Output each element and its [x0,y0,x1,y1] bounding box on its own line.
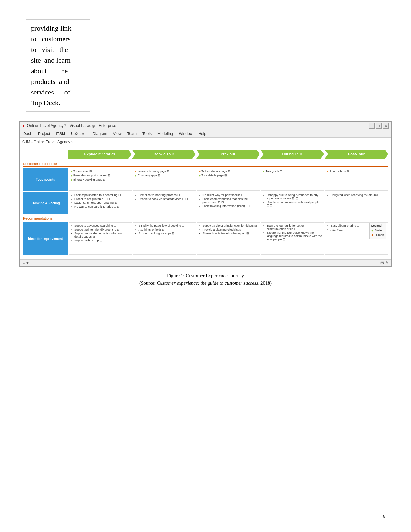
touchpoints-cell-2: ●Itinerary booking page ⊡ ●Company apps … [133,168,196,191]
figure-caption: Figure 1: Customer Experience Journey [0,273,411,279]
legend-system-label: System [375,229,384,232]
ideas-cell-4: Train the tour guide for better communic… [261,222,324,255]
ideas-cell-5: Easy album sharing ⊡ Ac... co... Legend … [325,222,388,255]
touchpoints-cell-3: ●Tickets details page ⊡ ●Tour details pa… [197,168,260,191]
ideas-row: Ideas for Improvement Supports advanced … [23,222,388,255]
text-line-6: products and [31,76,85,87]
menubar: Dash Project ITSM UeXceler Diagram View … [20,130,391,138]
touchpoints-label: Touchpoints [23,168,68,191]
cjm-content: Explore Itineraries Book a Tour Pre-Tour… [20,146,391,259]
ideas-cell-2: Simplify the page flow of booking ⊡ Add … [133,222,196,255]
phase-book: Book a Tour [132,150,196,159]
screenshot-window: ● Online Travel Agency * - Visual Paradi… [19,121,392,267]
scroll-arrows[interactable]: ▲▼ [22,261,29,265]
menu-diagram[interactable]: Diagram [92,131,108,136]
customer-experience-label: Customer Experience [23,161,388,167]
window-titlebar: ● Online Travel Agency * - Visual Paradi… [20,122,391,130]
touchpoints-cell-5: ●Photo album ⊡ [325,168,388,191]
status-icons: ✉ ✎ [380,261,389,265]
menu-project[interactable]: Project [37,131,51,136]
text-line-3: to visit the [31,44,85,55]
phase-during: During Tour [260,150,324,159]
text-line-4: site and learn [31,55,85,65]
figure-caption-text: Figure 1: Customer Experience Journey [167,273,244,278]
page-number: 6 [383,514,386,519]
breadcrumb-icon: 🗋 [384,139,389,145]
email-icon[interactable]: ✉ [380,261,384,265]
touchpoints-cell-4: ●Tour guide ⊡ [261,168,324,191]
menu-dash[interactable]: Dash [22,131,33,136]
phase-post: Post-Tour [325,150,388,159]
text-line-2: to customers [31,34,85,44]
source-italic: Customer experience: the guide to custom… [157,281,258,286]
titlebar-controls[interactable]: – □ × [369,123,389,129]
window-title: Online Travel Agency * - Visual Paradigm… [27,123,116,128]
phase-explore: Explore Itineraries [68,150,132,159]
source-prefix: (Source: [139,281,157,286]
ideas-cells: Supports advanced searching ⊡ Support pr… [69,222,388,255]
touchpoints-cell-1: ●Tours detail ⊡ ●Pre-sales support chann… [69,168,132,191]
top-text-area: providing link to customers to visit the… [0,0,411,118]
ideas-cell-3: Support a direct print function for tick… [197,222,260,255]
touchpoints-row: Touchpoints ●Tours detail ⊡ ●Pre-sales s… [23,168,388,191]
legend-human: ● Human [371,233,384,237]
close-button[interactable]: × [383,123,389,129]
minimize-button[interactable]: – [369,123,375,129]
maximize-button[interactable]: □ [376,123,382,129]
text-line-1: providing link [31,23,85,34]
breadcrumb: CJM - Online Travel Agency › [22,140,73,144]
titlebar-left: ● Online Travel Agency * - Visual Paradi… [22,123,116,128]
phase-pretour: Pre-Tour [196,150,260,159]
touchpoints-cells: ●Tours detail ⊡ ●Pre-sales support chann… [69,168,388,191]
figure-source: (Source: Customer experience: the guide … [0,281,411,286]
menu-help[interactable]: Help [197,131,207,136]
thinking-cell-3: No direct way for print ticelike ⊡ ⊡ Lac… [197,192,260,214]
thinking-cell-4: Unhappy due to being persuaded to buy ex… [261,192,324,214]
breadcrumb-bar: CJM - Online Travel Agency › 🗋 [20,138,391,146]
menu-team[interactable]: Team [126,131,138,136]
legend-title: Legend [371,224,384,227]
top-text-box: providing link to customers to visit the… [26,19,90,112]
ideas-label: Ideas for Improvement [23,222,68,255]
menu-modeling[interactable]: Modeling [156,131,174,136]
thinking-cell-1: Lack sophisticated tour searching ⊡ ⊡ Br… [69,192,132,214]
ideas-cell-1: Supports advanced searching ⊡ Support pr… [69,222,132,255]
legend-box: Legend ● System ● Human [369,223,386,239]
legend-system: ● System [371,228,384,232]
text-line-5: about the [31,65,85,76]
text-line-7: services of [31,87,85,97]
menu-window[interactable]: Window [178,131,194,136]
thinking-label: Thinking & Feeling [23,192,68,214]
thinking-cell-5: Delighted when receiving the album ⊡ ⊡ [325,192,388,214]
status-bar: ▲▼ ✉ ✎ [20,259,391,266]
menu-tools[interactable]: Tools [142,131,152,136]
menu-view[interactable]: View [112,131,122,136]
legend-human-label: Human [375,233,384,237]
thinking-cell-2: Complicated booking process ⊡ ⊡ Unable t… [133,192,196,214]
source-suffix: , 2018) [258,281,272,286]
menu-itsm[interactable]: ITSM [55,131,66,136]
menu-uexceler[interactable]: UeXceler [70,131,88,136]
text-line-8: Top Deck. [31,97,85,108]
app-icon: ● [22,123,25,128]
thinking-cells: Lack sophisticated tour searching ⊡ ⊡ Br… [69,192,388,214]
thinking-row: Thinking & Feeling Lack sophisticated to… [23,192,388,214]
edit-icon[interactable]: ✎ [385,261,389,265]
recommendations-label: Recommendations [23,216,388,221]
phases-row: Explore Itineraries Book a Tour Pre-Tour… [68,150,388,159]
